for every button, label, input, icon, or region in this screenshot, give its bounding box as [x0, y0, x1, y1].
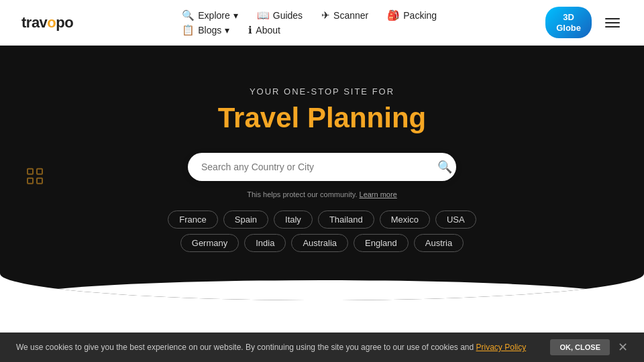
- captcha-note: This helps protect our community. Learn …: [247, 190, 397, 198]
- nav-scanner[interactable]: ✈ Scanner: [321, 9, 368, 21]
- hero-subtitle: YOUR ONE-STOP SITE FOR: [250, 86, 394, 97]
- hamburger-line-2: [605, 22, 620, 23]
- blogs-icon: 📋: [182, 24, 195, 36]
- nav-row-2: 📋 Blogs ▾ ℹ About: [182, 24, 437, 36]
- grid-decoration: [27, 168, 43, 184]
- scanner-icon: ✈: [321, 9, 330, 21]
- 3d-globe-button[interactable]: 3DGlobe: [545, 7, 592, 38]
- tag-germany[interactable]: Germany: [180, 234, 239, 252]
- nav-blogs[interactable]: 📋 Blogs ▾: [182, 24, 229, 36]
- packing-icon: 🎒: [387, 9, 400, 21]
- nav-guides[interactable]: 📖 Guides: [257, 9, 303, 21]
- tag-england[interactable]: England: [354, 234, 409, 252]
- tag-australia[interactable]: Australia: [291, 234, 348, 252]
- nav-about[interactable]: ℹ About: [248, 24, 280, 36]
- scanner-label: Scanner: [333, 10, 368, 21]
- tag-thailand[interactable]: Thailand: [318, 210, 374, 229]
- explore-chevron: ▾: [233, 10, 238, 21]
- cookie-accept-button[interactable]: OK, CLOSE: [550, 339, 610, 355]
- search-button[interactable]: 🔍: [437, 160, 452, 174]
- hamburger-line-3: [605, 26, 620, 27]
- tag-mexico[interactable]: Mexico: [380, 210, 430, 229]
- tag-india[interactable]: India: [244, 234, 286, 252]
- about-label: About: [256, 25, 280, 36]
- tag-austria[interactable]: Austria: [414, 234, 464, 252]
- cookie-text: We use cookies to give you the best expe…: [16, 343, 476, 352]
- hamburger-line-1: [605, 18, 620, 19]
- tag-usa[interactable]: USA: [435, 210, 476, 229]
- guides-icon: 📖: [257, 9, 270, 21]
- hamburger-menu[interactable]: [602, 15, 623, 30]
- navbar: travopo 🔍 Explore ▾ 📖 Guides ✈ Scanner 🎒…: [0, 0, 644, 46]
- search-bar-container: 🔍: [188, 153, 456, 181]
- nav-packing[interactable]: 🎒 Packing: [387, 9, 437, 21]
- logo-highlight: o: [47, 14, 56, 31]
- cookie-close-button[interactable]: ✕: [618, 340, 628, 355]
- blogs-label: Blogs: [198, 25, 221, 36]
- tag-italy[interactable]: Italy: [274, 210, 313, 229]
- about-icon: ℹ: [248, 24, 252, 36]
- logo[interactable]: travopo: [21, 14, 73, 32]
- tag-france[interactable]: France: [168, 210, 217, 229]
- captcha-text: This helps protect our community.: [247, 190, 357, 198]
- search-input[interactable]: [188, 153, 456, 181]
- captcha-learn-more[interactable]: Learn more: [360, 190, 397, 198]
- blogs-chevron: ▾: [225, 25, 229, 36]
- cookie-message: We use cookies to give you the best expe…: [16, 343, 539, 352]
- guides-label: Guides: [273, 10, 303, 21]
- nav-explore[interactable]: 🔍 Explore ▾: [182, 9, 237, 21]
- country-tags-row2: Germany India Australia England Austria: [180, 234, 464, 252]
- nav-row-1: 🔍 Explore ▾ 📖 Guides ✈ Scanner 🎒 Packing: [182, 9, 437, 21]
- privacy-policy-link[interactable]: Privacy Policy: [476, 343, 527, 352]
- packing-label: Packing: [403, 10, 437, 21]
- hero-section: YOUR ONE-STOP SITE FOR Travel Planning 🔍…: [0, 46, 644, 300]
- cookie-bar: We use cookies to give you the best expe…: [0, 333, 644, 362]
- hero-title: Travel Planning: [218, 102, 426, 134]
- nav-right: 3DGlobe: [545, 7, 623, 38]
- nav-center: 🔍 Explore ▾ 📖 Guides ✈ Scanner 🎒 Packing…: [182, 9, 437, 36]
- tag-spain[interactable]: Spain: [223, 210, 268, 229]
- country-tags-container: France Spain Italy Thailand Mexico USA: [168, 210, 476, 229]
- explore-label: Explore: [198, 10, 229, 21]
- explore-icon: 🔍: [182, 9, 195, 21]
